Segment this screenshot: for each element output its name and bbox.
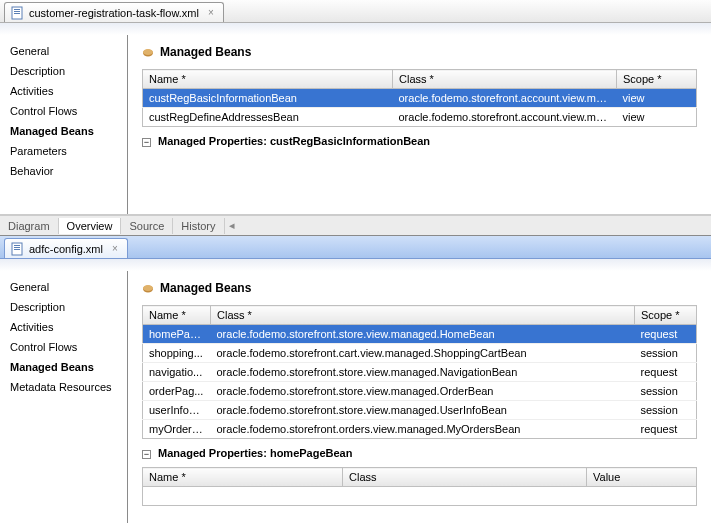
col-class[interactable]: Class * — [393, 70, 617, 89]
overview-sidebar-1: GeneralDescriptionActivitiesControl Flow… — [0, 35, 128, 214]
overview-content-1: Managed Beans Name * Class * Scope * cus… — [128, 35, 711, 214]
cell-name: custRegDefineAddressesBean — [143, 108, 393, 127]
view-tab-source[interactable]: Source — [121, 218, 173, 234]
editor-tab-strip-1: customer-registration-task-flow.xml × — [0, 0, 711, 23]
col-value[interactable]: Value — [587, 468, 697, 487]
cell-class: oracle.fodemo.storefront.store.view.mana… — [211, 401, 635, 420]
svg-rect-7 — [14, 245, 20, 246]
svg-rect-2 — [14, 11, 20, 12]
cell-scope: session — [635, 344, 697, 363]
cell-scope: session — [635, 401, 697, 420]
bean-icon — [142, 47, 154, 57]
table-row[interactable]: shopping...oracle.fodemo.storefront.cart… — [143, 344, 697, 363]
sidebar-item-parameters[interactable]: Parameters — [0, 141, 127, 161]
cell-class: oracle.fodemo.storefront.store.view.mana… — [211, 325, 635, 344]
svg-rect-1 — [14, 9, 20, 10]
overview-content-2: Managed Beans Name * Class * Scope * hom… — [128, 271, 711, 523]
table-row[interactable]: homePag...oracle.fodemo.storefront.store… — [143, 325, 697, 344]
table-row[interactable]: orderPag...oracle.fodemo.storefront.stor… — [143, 382, 697, 401]
sidebar-item-description[interactable]: Description — [0, 61, 127, 81]
file-tab-customer-registration[interactable]: customer-registration-task-flow.xml × — [4, 2, 224, 22]
col-name[interactable]: Name * — [143, 70, 393, 89]
col-name[interactable]: Name * — [143, 468, 343, 487]
svg-rect-3 — [14, 13, 20, 14]
close-icon[interactable]: × — [205, 7, 217, 18]
section-title: Managed Beans — [160, 45, 251, 59]
cell-class: oracle.fodemo.storefront.store.view.mana… — [211, 363, 635, 382]
sidebar-item-general[interactable]: General — [0, 277, 127, 297]
svg-rect-9 — [14, 249, 20, 250]
col-class[interactable]: Class * — [211, 306, 635, 325]
table-row[interactable]: userInfoB...oracle.fodemo.storefront.sto… — [143, 401, 697, 420]
col-scope[interactable]: Scope * — [635, 306, 697, 325]
sidebar-item-general[interactable]: General — [0, 41, 127, 61]
overview-sidebar-2: GeneralDescriptionActivitiesControl Flow… — [0, 271, 128, 523]
cell-class: oracle.fodemo.storefront.account.view.ma… — [393, 89, 617, 108]
editor-tab-strip-2: adfc-config.xml × — [0, 236, 711, 259]
svg-rect-8 — [14, 247, 20, 248]
cell-name: navigatio... — [143, 363, 211, 382]
table-row[interactable]: custRegDefineAddressesBeanoracle.fodemo.… — [143, 108, 697, 127]
managed-properties-table[interactable]: Name * Class Value — [142, 467, 697, 506]
col-scope[interactable]: Scope * — [617, 70, 697, 89]
managed-beans-table-2[interactable]: Name * Class * Scope * homePag...oracle.… — [142, 305, 697, 439]
file-tab-label: adfc-config.xml — [29, 243, 103, 255]
subsection-label: Managed Properties: custRegBasicInformat… — [158, 135, 430, 147]
sidebar-item-activities[interactable]: Activities — [0, 317, 127, 337]
close-icon[interactable]: × — [109, 243, 121, 254]
collapse-icon[interactable]: − — [142, 138, 151, 147]
collapse-icon[interactable]: − — [142, 450, 151, 459]
managed-beans-table-1[interactable]: Name * Class * Scope * custRegBasicInfor… — [142, 69, 697, 127]
sidebar-item-activities[interactable]: Activities — [0, 81, 127, 101]
cell-scope: view — [617, 89, 697, 108]
col-name[interactable]: Name * — [143, 306, 211, 325]
cell-name: homePag... — [143, 325, 211, 344]
table-row[interactable]: custRegBasicInformationBeanoracle.fodemo… — [143, 89, 697, 108]
table-row[interactable]: navigatio...oracle.fodemo.storefront.sto… — [143, 363, 697, 382]
sidebar-item-managed-beans[interactable]: Managed Beans — [0, 121, 127, 141]
cell-class: oracle.fodemo.storefront.account.view.ma… — [393, 108, 617, 127]
file-tab-adfc-config[interactable]: adfc-config.xml × — [4, 238, 128, 258]
svg-point-11 — [143, 285, 153, 291]
cell-scope: session — [635, 382, 697, 401]
cell-scope: request — [635, 363, 697, 382]
cell-scope: view — [617, 108, 697, 127]
section-header-managed-beans: Managed Beans — [142, 281, 697, 295]
sidebar-item-behavior[interactable]: Behavior — [0, 161, 127, 181]
sidebar-item-control-flows[interactable]: Control Flows — [0, 101, 127, 121]
sidebar-item-control-flows[interactable]: Control Flows — [0, 337, 127, 357]
section-header-managed-beans: Managed Beans — [142, 45, 697, 59]
sidebar-item-metadata-resources[interactable]: Metadata Resources — [0, 377, 127, 397]
col-class[interactable]: Class — [343, 468, 587, 487]
file-tab-label: customer-registration-task-flow.xml — [29, 7, 199, 19]
gradient-spacer — [0, 23, 711, 35]
sidebar-item-managed-beans[interactable]: Managed Beans — [0, 357, 127, 377]
cell-class: oracle.fodemo.storefront.orders.view.man… — [211, 420, 635, 439]
subsection-label: Managed Properties: homePageBean — [158, 447, 352, 459]
bean-icon — [142, 283, 154, 293]
cell-name: custRegBasicInformationBean — [143, 89, 393, 108]
section-title: Managed Beans — [160, 281, 251, 295]
gradient-spacer — [0, 259, 711, 271]
table-row[interactable] — [143, 487, 697, 506]
xml-file-icon — [11, 242, 25, 256]
cell-class: oracle.fodemo.storefront.cart.view.manag… — [211, 344, 635, 363]
editor-view-tabs: ◂ DiagramOverviewSourceHistory — [0, 215, 711, 235]
cell-name: orderPag... — [143, 382, 211, 401]
cell-scope: request — [635, 325, 697, 344]
cell-class: oracle.fodemo.storefront.store.view.mana… — [211, 382, 635, 401]
managed-properties-header-1[interactable]: − Managed Properties: custRegBasicInform… — [142, 135, 697, 147]
view-tab-diagram[interactable]: Diagram — [0, 218, 59, 234]
cell-name: shopping... — [143, 344, 211, 363]
cell-name: myOrders... — [143, 420, 211, 439]
view-tab-history[interactable]: History — [173, 218, 224, 234]
cell-name: userInfoB... — [143, 401, 211, 420]
scroll-right-icon[interactable]: ◂ — [225, 219, 239, 232]
managed-properties-header-2[interactable]: − Managed Properties: homePageBean — [142, 447, 697, 459]
cell-scope: request — [635, 420, 697, 439]
svg-point-5 — [143, 49, 153, 55]
sidebar-item-description[interactable]: Description — [0, 297, 127, 317]
table-row[interactable]: myOrders...oracle.fodemo.storefront.orde… — [143, 420, 697, 439]
view-tab-overview[interactable]: Overview — [59, 218, 122, 234]
xml-file-icon — [11, 6, 25, 20]
